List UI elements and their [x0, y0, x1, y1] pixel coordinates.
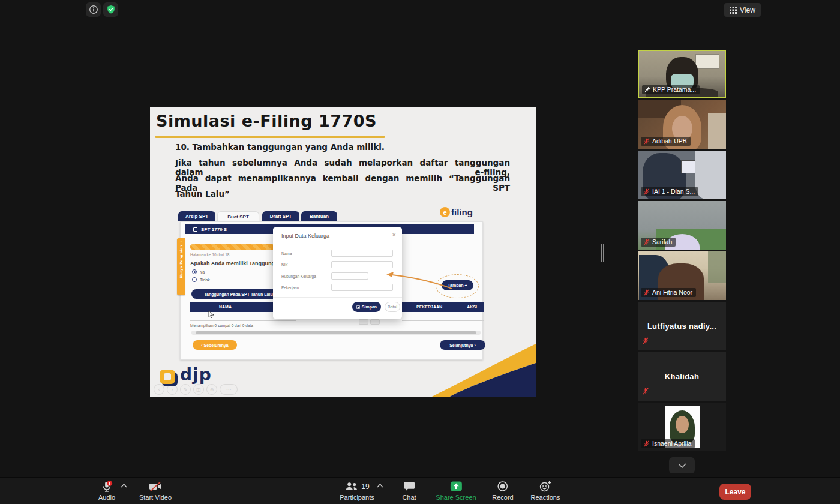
share-screen-label: Share Screen — [436, 494, 476, 501]
participant-tile-adibah[interactable]: Adibah-UPB — [638, 100, 726, 149]
muted-mic-icon — [643, 188, 650, 195]
security-button[interactable] — [103, 2, 118, 17]
radio-row-tidak[interactable]: Tidak — [192, 277, 210, 282]
input-pekerjaan[interactable] — [331, 284, 393, 291]
table-header-right: PEKERJAAN AKSI — [402, 302, 484, 312]
participant-name-badge: Isnaeni Aprilia — [641, 439, 695, 448]
input-nik[interactable] — [331, 261, 393, 268]
grid-view-icon — [730, 7, 737, 14]
djp-logo-hole — [164, 373, 171, 380]
muted-mic-indicator — [642, 336, 649, 347]
document-icon — [193, 227, 197, 232]
participant-tile-isnaeni[interactable]: Isnaeni Aprilia — [638, 403, 726, 451]
radio-tidak[interactable] — [192, 277, 197, 282]
zoom-meeting-window: { "top_bar": { "view_label": "View" }, "… — [0, 0, 840, 504]
radio-ya-selected[interactable] — [192, 269, 197, 274]
participants-icon — [344, 482, 359, 491]
pen-icon[interactable]: ✎ — [180, 384, 191, 395]
scroll-participants-down-button[interactable] — [669, 457, 695, 473]
muted-mic-icon — [642, 337, 649, 344]
start-video-button[interactable]: Start Video — [139, 481, 172, 501]
table-info: Menampilkan 0 sampai 0 dari 0 data — [190, 323, 253, 328]
participant-tile-sarifah[interactable]: Sarifah — [638, 201, 726, 250]
video-off-icon — [148, 481, 163, 492]
participant-tile-iai-dian[interactable]: IAI 1 - Dian S... — [638, 151, 726, 199]
mouse-cursor-icon — [208, 310, 215, 319]
pagination-next-mini[interactable] — [370, 319, 380, 325]
modal-close-icon[interactable]: × — [392, 231, 396, 238]
reactions-button[interactable]: Reactions — [531, 481, 560, 501]
radio-tidak-label: Tidak — [200, 278, 210, 282]
record-icon — [497, 481, 509, 492]
meeting-toolbar — [0, 477, 840, 504]
batal-label: Batal — [388, 305, 397, 309]
start-video-label: Start Video — [139, 494, 172, 501]
participants-options-chevron[interactable] — [377, 484, 383, 488]
input-data-keluarga-modal: Input Data Keluarga × Nama NIK Hubungan … — [273, 227, 402, 319]
efiling-logo-e-icon: e — [440, 207, 450, 217]
batal-button[interactable]: Batal — [385, 302, 400, 312]
participant-tile-lutfiyatus[interactable]: Lutfiyatus nadiy... — [638, 302, 726, 350]
share-screen-icon — [449, 481, 463, 492]
muted-mic-icon — [643, 440, 650, 447]
tanggungan-button-label: Tanggungan Pada SPT Tahun Lalu — [204, 292, 272, 296]
participant-name-centered: Khalidah — [638, 352, 726, 401]
efiling-logo: e filing — [440, 207, 473, 217]
empty-table-row-right — [402, 312, 484, 321]
shield-check-icon — [106, 5, 116, 14]
leave-button[interactable]: Leave — [719, 484, 751, 500]
participant-name-badge: IAI 1 - Dian S... — [641, 187, 698, 196]
share-screen-button[interactable]: Share Screen — [436, 481, 476, 501]
picture-frame — [695, 54, 719, 69]
prev-slide-icon[interactable]: ‹ — [154, 384, 164, 395]
avatar-face — [676, 416, 689, 433]
tab-draft-spt: Draft SPT — [262, 211, 299, 221]
participant-name: Isnaeni Aprilia — [652, 440, 691, 447]
audio-button[interactable]: Audio — [98, 481, 115, 501]
radio-row-ya[interactable]: Ya — [192, 269, 205, 274]
participant-name: IAI 1 - Dian S... — [652, 188, 695, 195]
chevron-down-icon — [678, 463, 686, 468]
pagination-prev-mini[interactable] — [359, 319, 368, 325]
scrollbar-thumb[interactable] — [196, 331, 476, 334]
chat-label: Chat — [402, 494, 416, 501]
participant-tile-khalidah[interactable]: Khalidah — [638, 352, 726, 401]
horizontal-scrollbar[interactable] — [191, 331, 481, 335]
chat-icon — [403, 481, 415, 492]
chat-button[interactable]: Chat — [402, 481, 416, 501]
participants-button[interactable]: 19 Participants — [340, 481, 374, 501]
modal-title: Input Data Keluarga — [281, 233, 329, 239]
participant-name-badge: KPP Pratama... — [642, 85, 700, 94]
radio-ya-label: Ya — [200, 270, 205, 274]
pin-icon — [644, 86, 650, 92]
record-button[interactable]: Record — [492, 481, 513, 501]
zoom-icon[interactable]: ⊕ — [206, 384, 217, 395]
input-hubungan-keluarga[interactable] — [331, 272, 368, 280]
meeting-info-button[interactable] — [86, 2, 101, 17]
title-underline — [155, 136, 385, 138]
audio-options-chevron[interactable] — [121, 484, 127, 488]
input-nama[interactable] — [331, 250, 393, 257]
view-button[interactable]: View — [724, 3, 761, 17]
next-slide-icon[interactable]: › — [167, 384, 178, 395]
tanggungan-question: Apakah Anda memiliki Tanggungan? — [190, 260, 284, 266]
participant-tile-kpp-pratama[interactable]: KPP Pratama... — [638, 50, 726, 98]
mic-warning-icon — [101, 481, 113, 493]
sidebar-resize-handle[interactable] — [601, 244, 604, 262]
efiling-logo-text: filing — [451, 207, 473, 217]
simpan-button[interactable]: Simpan — [352, 302, 381, 312]
muted-mic-icon — [643, 138, 650, 145]
grid-icon[interactable]: ◫ — [193, 384, 204, 395]
modal-divider-top — [273, 244, 402, 244]
participant-tile-ani-fitria[interactable]: Ani Fitria Noor — [638, 251, 726, 300]
side-tab-hanya-pengisian: › Hanya Pengisian — [177, 238, 185, 295]
reactions-icon — [539, 481, 551, 492]
col-nama: NAMA — [219, 305, 232, 309]
more-controls[interactable]: ⋯ — [220, 384, 238, 395]
col-pekerjaan: PEKERJAAN — [416, 305, 442, 309]
participant-name-badge: Ani Fitria Noor — [641, 288, 696, 297]
label-hubungan-keluarga: Hubungan Keluarga — [281, 274, 316, 278]
slide-point-10: 10. Tambahkan tanggungan yang Anda milik… — [175, 142, 511, 152]
sebelumnya-button[interactable]: ‹ Sebelumnya — [193, 340, 237, 350]
participant-name: Adibah-UPB — [652, 137, 687, 145]
